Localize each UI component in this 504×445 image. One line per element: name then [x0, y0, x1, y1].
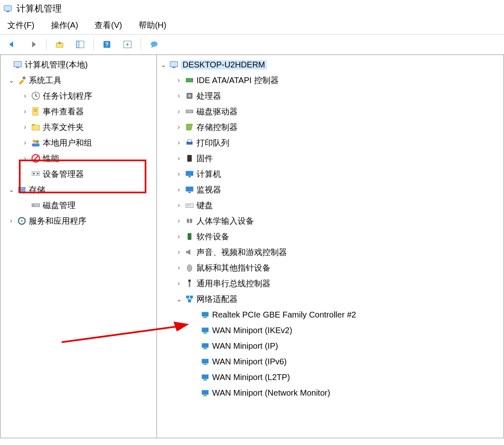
tree-local-users[interactable]: › 本地用户和组: [1, 135, 156, 151]
cat-ide[interactable]: › IDE ATA/ATAPI 控制器: [157, 72, 503, 88]
cat-netadapter[interactable]: ⌄ 网络适配器: [157, 291, 503, 307]
cat-label: 处理器: [197, 90, 221, 102]
device-root[interactable]: ⌄ DESKTOP-U2HDERM: [157, 57, 503, 72]
right-tree-pane[interactable]: ⌄ DESKTOP-U2HDERM › IDE ATA/ATAPI 控制器 › …: [157, 55, 504, 438]
chevron-down-icon[interactable]: ⌄: [175, 295, 183, 303]
svg-rect-40: [188, 176, 191, 178]
chevron-right-icon[interactable]: ›: [175, 108, 183, 115]
chevron-right-icon[interactable]: ›: [21, 155, 29, 162]
svg-point-8: [151, 42, 158, 47]
cat-cpu[interactable]: › 处理器: [157, 88, 503, 104]
chevron-right-icon[interactable]: ›: [175, 202, 183, 209]
chevron-right-icon[interactable]: ›: [21, 108, 29, 115]
cat-computers[interactable]: › 计算机: [157, 166, 503, 182]
net-wan-ip[interactable]: WAN Miniport (IP): [157, 338, 503, 354]
menu-help[interactable]: 帮助(H): [139, 20, 166, 31]
tree-event-viewer[interactable]: › 事件查看器: [1, 104, 156, 119]
tree-root[interactable]: › 计算机管理(本地): [1, 57, 156, 72]
chevron-down-icon[interactable]: ⌄: [7, 186, 15, 194]
keyboard-icon: [185, 201, 194, 210]
net-wan-monitor[interactable]: WAN Miniport (Network Monitor): [157, 385, 503, 401]
left-tree-pane[interactable]: › 计算机管理(本地) ⌄ 系统工具 › 任务计划程序 › 事件查看器 ›: [0, 55, 157, 438]
chevron-right-icon[interactable]: ›: [175, 76, 183, 84]
net-label: WAN Miniport (Network Monitor): [212, 388, 330, 398]
svg-rect-48: [190, 219, 192, 223]
nic-icon: [201, 373, 210, 382]
svg-rect-25: [18, 190, 25, 193]
cat-label: 鼠标和其他指针设备: [197, 262, 270, 273]
chevron-right-icon[interactable]: ›: [175, 139, 183, 146]
tree-label: 性能: [43, 153, 59, 164]
cat-firmware[interactable]: › 固件: [157, 151, 503, 166]
svg-rect-59: [203, 333, 207, 334]
cat-softdev[interactable]: › 软件设备: [157, 229, 503, 244]
tree-storage[interactable]: ⌄ 存储: [1, 182, 156, 197]
svg-point-50: [187, 265, 192, 272]
chevron-right-icon[interactable]: ›: [175, 264, 183, 271]
svg-rect-64: [202, 375, 209, 379]
svg-rect-60: [202, 343, 209, 348]
net-wan-ikev2[interactable]: WAN Miniport (IKEv2): [157, 322, 503, 338]
net-wan-ipv6[interactable]: WAN Miniport (IPv6): [157, 354, 503, 369]
cat-storage-ctrl[interactable]: › 存储控制器: [157, 119, 503, 135]
svg-rect-65: [203, 380, 207, 381]
chevron-right-icon[interactable]: ›: [175, 155, 183, 162]
cat-print[interactable]: › 打印队列: [157, 135, 503, 151]
cat-mouse[interactable]: › 鼠标和其他指针设备: [157, 260, 503, 276]
svg-rect-58: [202, 328, 209, 332]
titlebar: 计算机管理: [0, 0, 504, 17]
chevron-right-icon[interactable]: ›: [175, 170, 183, 178]
chevron-right-icon[interactable]: ›: [175, 233, 183, 240]
chevron-down-icon[interactable]: ⌄: [7, 76, 15, 84]
toggle-panel-button[interactable]: [71, 37, 89, 52]
refresh-button[interactable]: [118, 37, 136, 52]
tools-icon: [17, 76, 26, 85]
cat-label: 通用串行总线控制器: [197, 278, 270, 289]
chevron-right-icon[interactable]: ›: [175, 280, 183, 287]
tree-system-tools[interactable]: ⌄ 系统工具: [1, 72, 156, 88]
cat-label: 固件: [197, 153, 213, 164]
menu-file[interactable]: 文件(F): [7, 20, 35, 31]
computer-icon: [169, 60, 178, 69]
speech-button[interactable]: [145, 37, 163, 52]
cat-keyboard[interactable]: › 键盘: [157, 197, 503, 213]
net-wan-l2tp[interactable]: WAN Miniport (L2TP): [157, 369, 503, 385]
chevron-right-icon[interactable]: ›: [175, 92, 183, 100]
svg-rect-15: [34, 111, 37, 111]
cat-hid[interactable]: › 人体学输入设备: [157, 213, 503, 229]
svg-rect-16: [32, 125, 39, 130]
tree-performance[interactable]: › 性能: [1, 151, 156, 166]
forward-button[interactable]: [24, 37, 42, 52]
chevron-right-icon[interactable]: ›: [7, 217, 15, 225]
cat-sound[interactable]: › 声音、视频和游戏控制器: [157, 244, 503, 260]
tree-disk-mgmt[interactable]: › 磁盘管理: [1, 197, 156, 213]
tree-services-apps[interactable]: › 服务和应用程序: [1, 213, 156, 229]
device-root-label: DESKTOP-U2HDERM: [181, 60, 267, 70]
chevron-right-icon[interactable]: ›: [175, 217, 183, 225]
menu-action[interactable]: 操作(A): [51, 20, 79, 31]
chevron-down-icon[interactable]: ⌄: [160, 61, 167, 69]
tree-shared-folders[interactable]: › 共享文件夹: [1, 119, 156, 135]
tree-label: 磁盘管理: [43, 200, 76, 211]
cat-usb[interactable]: › 通用串行总线控制器: [157, 276, 503, 291]
cat-label: 打印队列: [197, 137, 229, 148]
chevron-right-icon[interactable]: ›: [21, 123, 29, 131]
cat-disk[interactable]: › 磁盘驱动器: [157, 104, 503, 119]
tree-task-scheduler[interactable]: › 任务计划程序: [1, 88, 156, 104]
cat-monitor[interactable]: › 监视器: [157, 182, 503, 197]
tree-device-manager[interactable]: › 设备管理器: [1, 166, 156, 182]
chevron-right-icon[interactable]: ›: [175, 186, 183, 193]
chevron-right-icon[interactable]: ›: [175, 248, 183, 256]
up-button[interactable]: [51, 37, 69, 52]
back-button[interactable]: [3, 37, 21, 52]
chevron-right-icon[interactable]: ›: [21, 139, 29, 146]
svg-point-17: [33, 140, 36, 143]
svg-rect-67: [203, 395, 207, 396]
chevron-right-icon[interactable]: ›: [21, 92, 29, 100]
net-realtek[interactable]: Realtek PCIe GBE Family Controller #2: [157, 307, 503, 322]
svg-rect-9: [14, 62, 21, 67]
help-button[interactable]: ?: [98, 37, 116, 52]
menu-view[interactable]: 查看(V): [95, 20, 122, 31]
tree-label: 任务计划程序: [43, 90, 92, 102]
chevron-right-icon[interactable]: ›: [175, 123, 183, 131]
